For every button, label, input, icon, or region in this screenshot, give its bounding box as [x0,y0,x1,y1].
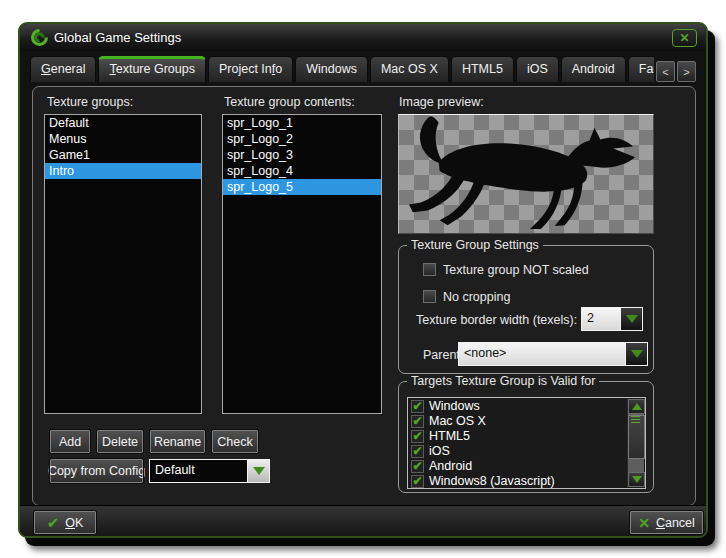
check-button[interactable]: Check [212,430,258,453]
tab-scroll-right-button[interactable]: > [677,61,696,82]
list-item[interactable]: spr_Logo_4 [223,163,381,179]
border-width-label: Texture border width (texels): [416,313,577,327]
texture-groups-panel: Texture groups: DefaultMenusGame1Intro T… [32,86,696,506]
copy-from-config-button[interactable]: Copy from Config [50,459,143,483]
group-contents-list[interactable]: spr_Logo_1spr_Logo_2spr_Logo_3spr_Logo_4… [222,114,382,414]
tab-mac-os-x[interactable]: Mac OS X [370,56,449,82]
list-item[interactable]: Menus [45,131,201,147]
target-row[interactable]: ✔iOS [408,443,645,458]
not-scaled-checkbox[interactable] [423,263,436,276]
target-label: iOS [429,444,450,459]
tab-ios[interactable]: iOS [516,56,559,82]
targets-groupbox-title: Targets Texture Group is Valid for [407,374,599,388]
targets-scrollbar[interactable] [627,399,644,487]
rename-button[interactable]: Rename [150,430,205,453]
scrollbar-grip [631,416,640,425]
targets-groupbox: Targets Texture Group is Valid for ✔Wind… [398,381,654,493]
config-dropdown[interactable]: Default [149,459,270,483]
cancel-button-label: Cancel [656,516,695,530]
close-icon[interactable]: ✕ [672,29,697,47]
tab-scroll-left-button[interactable]: < [656,61,675,82]
tab-html5[interactable]: HTML5 [451,56,514,82]
list-item[interactable]: Intro [45,163,201,179]
global-game-settings-window: Global Game Settings ✕ GeneralTexture Gr… [18,22,708,538]
target-checkbox-icon[interactable]: ✔ [411,445,424,458]
add-button[interactable]: Add [50,430,90,453]
target-label: Windows8 (Javascript) [429,474,555,489]
target-row[interactable]: ✔Mac OS X [408,413,645,428]
window-title: Global Game Settings [54,30,181,45]
tab-texture-groups[interactable]: Texture Groups [98,56,205,82]
tab-facebook[interactable]: Facebook [628,56,654,82]
tab-general[interactable]: General [30,56,96,82]
wolf-silhouette-image [399,115,653,233]
target-label: HTML5 [429,429,470,444]
target-label: Android [429,459,472,474]
not-scaled-label: Texture group NOT scaled [443,263,589,277]
list-item[interactable]: spr_Logo_1 [223,115,381,131]
target-row[interactable]: ✔Android [408,458,645,473]
target-row[interactable]: ✔Windows [408,398,645,413]
group-contents-label: Texture group contents: [224,95,355,109]
parent-label: Parent [423,348,460,362]
list-item[interactable]: Game1 [45,147,201,163]
parent-dropdown[interactable]: <none> [458,342,648,366]
footer-bar: ✔ OK ✕ Cancel [20,505,706,536]
scroll-up-icon[interactable] [628,399,645,414]
target-checkbox-icon[interactable]: ✔ [411,400,424,413]
ok-button[interactable]: ✔ OK [34,511,96,534]
list-item[interactable]: spr_Logo_3 [223,147,381,163]
target-label: Mac OS X [429,414,486,429]
scroll-down-icon[interactable] [628,472,645,487]
tab-project-info[interactable]: Project Info [208,56,293,82]
tab-strip-tabs: GeneralTexture GroupsProject InfoWindows… [30,56,654,82]
image-preview [398,114,654,234]
no-cropping-label: No cropping [443,290,510,304]
border-width-dropdown-arrow-icon[interactable] [620,308,642,330]
texture-group-settings-title: Texture Group Settings [407,238,543,252]
texture-groups-list[interactable]: DefaultMenusGame1Intro [44,114,202,414]
list-item[interactable]: spr_Logo_5 [223,179,381,195]
gamemaker-icon [31,29,48,46]
list-item[interactable]: Default [45,115,201,131]
ok-button-label: OK [65,516,83,530]
image-preview-label: Image preview: [399,95,484,109]
target-checkbox-icon[interactable]: ✔ [411,430,424,443]
config-value: Default [150,460,247,482]
border-width-value: 2 [582,308,620,330]
targets-list[interactable]: ✔Windows✔Mac OS X✔HTML5✔iOS✔Android✔Wind… [407,397,646,489]
delete-button[interactable]: Delete [97,430,143,453]
border-width-dropdown[interactable]: 2 [581,307,643,331]
tab-android[interactable]: Android [561,56,626,82]
target-checkbox-icon[interactable]: ✔ [411,460,424,473]
parent-value: <none> [459,343,625,365]
texture-group-settings-groupbox: Texture Group Settings Texture group NOT… [398,245,654,374]
target-checkbox-icon[interactable]: ✔ [411,475,424,488]
no-cropping-checkbox[interactable] [423,290,436,303]
cancel-x-icon: ✕ [638,516,650,530]
target-checkbox-icon[interactable]: ✔ [411,415,424,428]
tab-bar: GeneralTexture GroupsProject InfoWindows… [30,53,696,82]
texture-groups-label: Texture groups: [47,95,133,109]
target-row[interactable]: ✔HTML5 [408,428,645,443]
ok-check-icon: ✔ [47,515,60,530]
target-row[interactable]: ✔Windows8 (Javascript) [408,473,645,488]
tab-windows[interactable]: Windows [295,56,368,82]
list-item[interactable]: spr_Logo_2 [223,131,381,147]
target-label: Windows [429,399,480,414]
cancel-button[interactable]: ✕ Cancel [630,511,703,534]
title-bar[interactable]: Global Game Settings ✕ [20,24,706,51]
parent-dropdown-arrow-icon[interactable] [625,343,647,365]
config-dropdown-arrow-icon[interactable] [247,460,269,482]
